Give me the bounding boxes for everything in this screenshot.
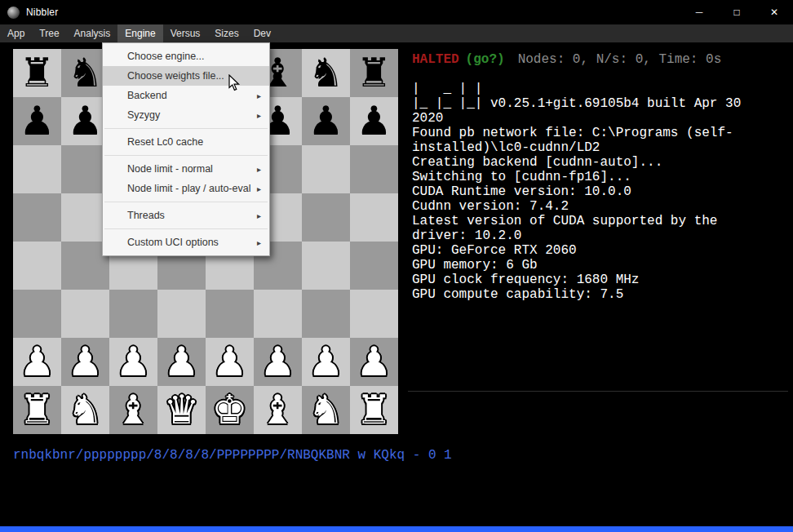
menubar-item-engine[interactable]: Engine	[117, 24, 162, 42]
board-square[interactable]	[254, 290, 302, 338]
status-line: HALTED(go?)Nodes: 0, N/s: 0, Time: 0s	[412, 52, 783, 67]
engine-output: | _ | ||_ |_ |_| v0.25.1+git.69105b4 bui…	[412, 82, 783, 302]
menu-item-label: Choose weights file...	[127, 70, 224, 82]
board-square[interactable]	[302, 193, 350, 242]
menu-item-label: Choose engine...	[127, 51, 205, 62]
menubar-item-sizes[interactable]: Sizes	[207, 24, 246, 42]
piece-wp[interactable]: ♟	[357, 342, 392, 382]
engine-output-line: driver: 10.2.0	[412, 228, 783, 243]
board-square[interactable]: ♟	[350, 338, 398, 386]
menubar-item-dev[interactable]: Dev	[246, 24, 278, 42]
maximize-button[interactable]: □	[718, 0, 755, 24]
board-square[interactable]	[350, 290, 398, 338]
board-square[interactable]	[206, 290, 254, 338]
submenu-arrow-icon: ▸	[257, 111, 261, 120]
board-square[interactable]	[13, 242, 61, 290]
piece-bp[interactable]: ♟	[68, 101, 104, 141]
menu-bar: AppTreeAnalysisEngineVersusSizesDev	[0, 24, 793, 42]
menubar-item-app[interactable]: App	[0, 24, 32, 42]
board-square[interactable]: ♟	[206, 338, 254, 386]
board-square[interactable]: ♟	[13, 338, 61, 386]
piece-wp[interactable]: ♟	[116, 342, 152, 382]
submenu-arrow-icon: ▸	[257, 165, 261, 174]
piece-br[interactable]: ♜	[20, 53, 55, 93]
piece-wr[interactable]: ♜	[20, 390, 55, 430]
board-square[interactable]: ♜	[350, 386, 398, 434]
board-square[interactable]: ♜	[350, 49, 398, 97]
board-square[interactable]: ♞	[302, 49, 350, 97]
board-square[interactable]: ♝	[254, 386, 302, 434]
piece-bp[interactable]: ♟	[357, 101, 392, 141]
close-button[interactable]: ✕	[755, 0, 793, 24]
minimize-button[interactable]: ─	[680, 0, 718, 24]
board-square[interactable]: ♟	[109, 338, 157, 386]
board-square[interactable]: ♟	[61, 338, 109, 386]
piece-wp[interactable]: ♟	[308, 342, 344, 382]
piece-wb[interactable]: ♝	[260, 390, 296, 430]
piece-wn[interactable]: ♞	[68, 390, 104, 430]
board-square[interactable]	[302, 145, 350, 193]
menubar-item-analysis[interactable]: Analysis	[67, 24, 118, 42]
piece-bp[interactable]: ♟	[308, 101, 344, 141]
board-square[interactable]	[350, 145, 398, 193]
menu-item-choose-weights-file[interactable]: Choose weights file...	[103, 66, 269, 86]
piece-wb[interactable]: ♝	[116, 390, 152, 430]
board-square[interactable]: ♟	[302, 97, 350, 145]
board-square[interactable]	[13, 193, 61, 242]
board-square[interactable]: ♞	[302, 386, 350, 434]
board-square[interactable]	[350, 242, 398, 290]
board-square[interactable]	[157, 290, 206, 338]
piece-wp[interactable]: ♟	[68, 342, 104, 382]
menu-item-label: Node limit - play / auto-eval	[127, 183, 250, 194]
board-square[interactable]: ♟	[350, 97, 398, 145]
piece-wn[interactable]: ♞	[308, 390, 344, 430]
board-square[interactable]: ♜	[13, 386, 61, 434]
menu-item-reset-lc0-cache[interactable]: Reset Lc0 cache	[103, 132, 269, 152]
menubar-item-tree[interactable]: Tree	[32, 24, 66, 42]
board-square[interactable]	[13, 290, 61, 338]
piece-wp[interactable]: ♟	[260, 342, 296, 382]
menubar-item-versus[interactable]: Versus	[163, 24, 208, 42]
piece-wp[interactable]: ♟	[164, 342, 200, 382]
piece-wq[interactable]: ♛	[164, 390, 200, 430]
piece-br[interactable]: ♜	[357, 53, 392, 93]
engine-output-line: |_ |_ |_| v0.25.1+git.69105b4 built Apr …	[412, 96, 783, 111]
piece-bn[interactable]: ♞	[68, 53, 104, 93]
piece-bn[interactable]: ♞	[308, 53, 344, 93]
board-square[interactable]	[61, 290, 109, 338]
engine-output-line: installed)\lc0-cudnn/LD2	[412, 140, 783, 155]
board-square[interactable]: ♟	[157, 338, 206, 386]
engine-output-line: Found pb network file: C:\Programs (self…	[412, 126, 783, 140]
taskbar-strip	[0, 526, 793, 532]
board-square[interactable]	[13, 145, 61, 193]
piece-wr[interactable]: ♜	[357, 390, 392, 430]
board-square[interactable]: ♟	[302, 338, 350, 386]
board-square[interactable]: ♟	[13, 97, 61, 145]
go-hint[interactable]: (go?)	[466, 52, 505, 67]
menu-item-choose-engine[interactable]: Choose engine...	[103, 47, 269, 66]
board-square[interactable]: ♞	[61, 386, 109, 434]
piece-bp[interactable]: ♟	[20, 101, 55, 141]
menu-item-threads[interactable]: Threads▸	[103, 206, 269, 225]
menu-item-label: Backend	[127, 90, 167, 101]
menu-item-node-limit-normal[interactable]: Node limit - normal▸	[103, 159, 269, 179]
engine-output-line: Switching to [cudnn-fp16]...	[412, 170, 783, 184]
board-square[interactable]: ♜	[13, 49, 61, 97]
board-square[interactable]	[350, 193, 398, 242]
piece-wk[interactable]: ♚	[212, 390, 248, 430]
menu-item-node-limit-play-auto-eval[interactable]: Node limit - play / auto-eval▸	[103, 179, 269, 198]
menu-item-backend[interactable]: Backend▸	[103, 86, 269, 105]
board-square[interactable]	[302, 242, 350, 290]
menu-item-syzygy[interactable]: Syzygy▸	[103, 105, 269, 125]
menu-item-label: Threads	[127, 210, 165, 221]
piece-wp[interactable]: ♟	[20, 342, 55, 382]
board-square[interactable]: ♛	[157, 386, 206, 434]
board-square[interactable]	[109, 290, 157, 338]
board-square[interactable]: ♟	[254, 338, 302, 386]
piece-wp[interactable]: ♟	[212, 342, 248, 382]
board-square[interactable]: ♝	[109, 386, 157, 434]
menu-item-custom-uci-options[interactable]: Custom UCI options▸	[103, 233, 269, 252]
board-square[interactable]: ♚	[206, 386, 254, 434]
board-square[interactable]	[302, 290, 350, 338]
engine-output-line: CUDA Runtime version: 10.0.0	[412, 184, 783, 199]
